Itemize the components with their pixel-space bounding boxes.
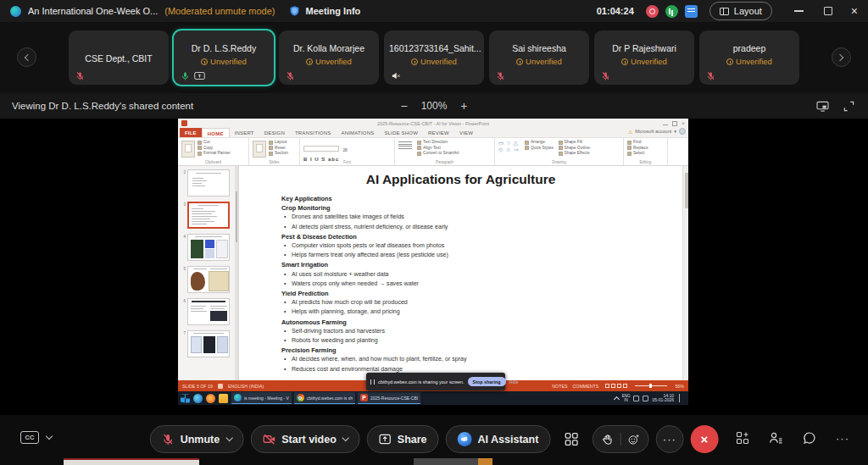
ppt-zoom-level[interactable]: 56% bbox=[675, 384, 684, 389]
unmute-chevron-icon[interactable] bbox=[225, 435, 232, 441]
thumbnail-row: 3 bbox=[181, 202, 236, 229]
stop-sharing-button[interactable]: Stop sharing bbox=[468, 377, 506, 386]
scroll-right-button[interactable] bbox=[832, 47, 851, 67]
slide-thumbnail[interactable] bbox=[187, 330, 230, 357]
ribbon-tab-home[interactable]: HOME bbox=[202, 128, 230, 137]
participant-tile[interactable]: CSE Dept., CBIT bbox=[69, 30, 169, 85]
ppt-minimize-button[interactable] bbox=[663, 125, 668, 125]
action-center-icon[interactable] bbox=[679, 394, 686, 402]
ribbon-tab-slide-show[interactable]: SLIDE SHOW bbox=[379, 128, 423, 137]
participants-button[interactable] bbox=[769, 431, 783, 445]
hide-notice-button[interactable]: Hide bbox=[509, 379, 519, 385]
closed-captions-button[interactable]: CC bbox=[20, 431, 39, 444]
unverified-label: Unverified bbox=[420, 57, 457, 66]
select-button[interactable]: Select bbox=[627, 151, 664, 157]
thumbnail-scrollbar[interactable] bbox=[235, 166, 238, 380]
zoom-in-button[interactable]: + bbox=[460, 99, 467, 113]
language-label[interactable]: ENGLISH (INDIA) bbox=[228, 384, 264, 389]
notes-icon[interactable] bbox=[685, 5, 698, 18]
participant-status-icons bbox=[496, 71, 505, 80]
paragraph-align-icons[interactable] bbox=[398, 140, 412, 158]
participant-tile[interactable]: 160123733164_Sahit...Unverified bbox=[384, 30, 484, 85]
slide-canvas[interactable]: AI Applications for Agriculture Key Appl… bbox=[239, 166, 682, 380]
zoom-slider[interactable] bbox=[635, 385, 667, 386]
touch-keyboard-icon[interactable] bbox=[633, 396, 639, 401]
ai-assistant-button[interactable]: AI Assistant bbox=[446, 425, 551, 453]
participant-tile[interactable]: Dr P RajeshwariUnverified bbox=[594, 30, 694, 85]
view-normal-icon[interactable] bbox=[605, 384, 609, 388]
spellcheck-icon[interactable] bbox=[218, 384, 223, 389]
ribbon-tab-insert[interactable]: INSERT bbox=[230, 128, 259, 137]
layout-button[interactable]: Layout bbox=[709, 2, 772, 20]
more-options-button[interactable]: ··· bbox=[655, 425, 683, 453]
ribbon-tab-view[interactable]: VIEW bbox=[454, 128, 478, 137]
scroll-left-button[interactable] bbox=[17, 47, 36, 67]
slide-thumbnail[interactable] bbox=[187, 266, 230, 293]
start-button-icon[interactable] bbox=[181, 394, 190, 403]
share-button[interactable]: Share bbox=[367, 425, 439, 453]
shape-effects-button[interactable]: Shape Effects bbox=[559, 151, 590, 157]
quick-styles-button[interactable]: Quick Styles bbox=[525, 146, 554, 152]
meeting-info-button[interactable]: Meeting Info bbox=[306, 6, 361, 16]
slide-thumbnail[interactable] bbox=[187, 169, 230, 197]
slide-thumbnail[interactable] bbox=[187, 202, 230, 229]
more-panels-button[interactable]: ··· bbox=[836, 432, 849, 445]
captions-chevron-icon[interactable] bbox=[46, 433, 53, 440]
ppt-restore-button[interactable] bbox=[672, 121, 677, 126]
language-indicator[interactable]: ENGIN bbox=[622, 394, 631, 402]
view-reading-icon[interactable] bbox=[617, 384, 621, 388]
font-name-box[interactable] bbox=[303, 146, 339, 152]
ribbon-tab-file[interactable]: FILE bbox=[180, 128, 202, 137]
convert-smartart-button[interactable]: Convert to SmartArt bbox=[417, 151, 459, 157]
apps-button[interactable] bbox=[736, 431, 749, 445]
taskbar-app-powerpoint[interactable]: P2025-Resource-CSE-CBI bbox=[358, 392, 420, 404]
apps-panel-button[interactable] bbox=[557, 425, 585, 453]
shapes-gallery[interactable]: ▭ ○ △◇ ☆ ⇨ bbox=[498, 140, 520, 158]
chat-button[interactable] bbox=[803, 431, 816, 445]
expand-fullscreen-icon[interactable] bbox=[843, 101, 854, 112]
maximize-button[interactable] bbox=[824, 7, 832, 15]
unmute-button[interactable]: Unmute bbox=[150, 425, 244, 453]
file-explorer-icon[interactable] bbox=[219, 394, 228, 403]
tray-expand-icon[interactable] bbox=[614, 396, 620, 401]
slide-scrollbar[interactable] bbox=[682, 166, 688, 380]
tray-icon[interactable] bbox=[643, 396, 648, 401]
new-slide-button[interactable] bbox=[253, 141, 266, 158]
font-size-box[interactable]: 28 bbox=[342, 148, 347, 152]
format-painter-button[interactable]: Format Painter bbox=[198, 151, 245, 157]
slide-thumbnail[interactable] bbox=[187, 234, 230, 261]
minimize-button[interactable] bbox=[794, 10, 804, 12]
paste-button[interactable] bbox=[181, 141, 195, 158]
notes-toggle[interactable]: NOTES bbox=[552, 384, 567, 389]
taskbar-app-chrome[interactable]: cbithyd.webex.com is sh bbox=[294, 392, 355, 404]
view-slideshow-icon[interactable] bbox=[623, 384, 627, 388]
leave-meeting-button[interactable]: × bbox=[690, 425, 718, 453]
zoom-out-button[interactable]: − bbox=[400, 99, 407, 113]
raise-hand-button[interactable] bbox=[601, 434, 613, 446]
participant-tile[interactable]: Sai shireeshaUnverified bbox=[489, 30, 589, 85]
ribbon-tab-design[interactable]: DESIGN bbox=[259, 128, 290, 137]
ribbon-tab-animations[interactable]: ANIMATIONS bbox=[336, 128, 379, 137]
view-sorter-icon[interactable] bbox=[611, 384, 615, 388]
view-on-display-icon[interactable] bbox=[816, 101, 829, 112]
start-video-button[interactable]: Start video bbox=[250, 425, 360, 453]
ribbon-tab-transitions[interactable]: TRANSITIONS bbox=[290, 128, 337, 137]
account-chip[interactable]: ⚠ Microsoft account ▾ bbox=[628, 128, 686, 135]
taskbar-clock[interactable]: 14:1005-01-2026 bbox=[652, 394, 674, 403]
edge-browser-icon[interactable] bbox=[193, 394, 203, 403]
slide-thumbnail[interactable] bbox=[187, 298, 230, 325]
comments-toggle[interactable]: COMMENTS bbox=[572, 384, 598, 389]
ppt-close-button[interactable]: × bbox=[682, 121, 685, 126]
network-stats-icon[interactable] bbox=[665, 5, 678, 18]
video-chevron-icon[interactable] bbox=[342, 435, 349, 441]
firefox-browser-icon[interactable] bbox=[206, 394, 215, 403]
participant-tile[interactable]: Dr D. L.S.ReddyUnverified bbox=[174, 30, 274, 85]
ribbon-tab-review[interactable]: REVIEW bbox=[423, 128, 454, 137]
participant-tile[interactable]: Dr. Kolla MorarjeeUnverified bbox=[279, 30, 379, 85]
taskbar-app-webex[interactable]: is meeting - Meeting - V bbox=[231, 392, 292, 404]
participant-tile[interactable]: pradeepUnverified bbox=[699, 30, 799, 85]
record-indicator-icon[interactable] bbox=[646, 5, 659, 18]
reactions-button[interactable] bbox=[627, 434, 639, 446]
close-button[interactable]: × bbox=[851, 5, 858, 17]
section-button[interactable]: Section bbox=[269, 151, 296, 157]
